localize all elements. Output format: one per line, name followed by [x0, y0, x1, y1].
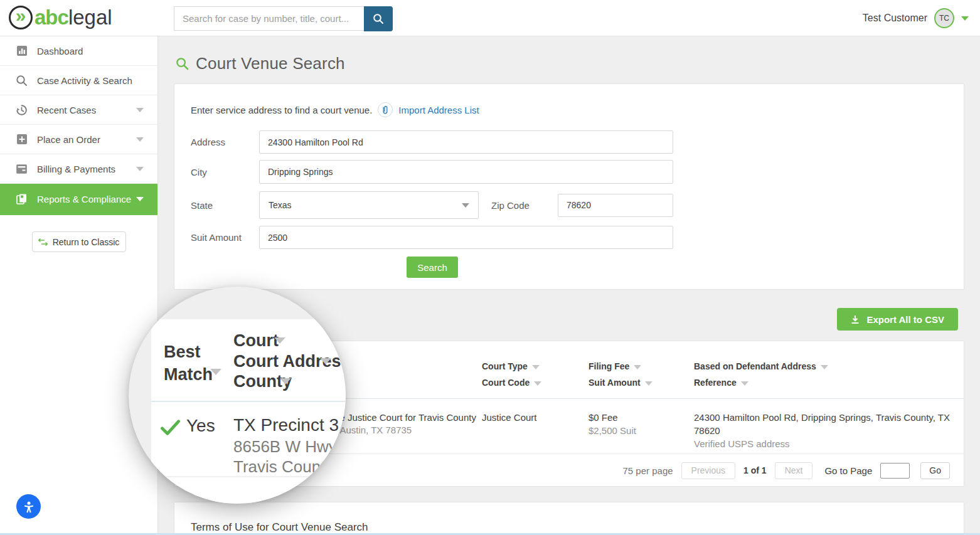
venue-search-form: Enter service address to find a court ve…	[174, 83, 964, 290]
sidebar-item-label: Recent Cases	[37, 105, 96, 115]
search-button[interactable]: Search	[407, 257, 458, 278]
accessibility-icon	[21, 499, 36, 514]
export-csv-button[interactable]: Export All to CSV	[837, 308, 958, 331]
state-select[interactable]: Texas	[259, 191, 479, 219]
search-icon	[16, 75, 28, 87]
sort-caret-icon	[534, 381, 541, 386]
sidebar-item-reports-compliance[interactable]: Reports & Compliance	[0, 184, 157, 215]
goto-page-input[interactable]	[880, 463, 910, 479]
sidebar: Dashboard Case Activity & Search Recent …	[0, 36, 158, 535]
lens-court-header: Court	[233, 331, 279, 351]
previous-page-button[interactable]: Previous	[681, 462, 735, 479]
sort-caret-icon	[645, 381, 652, 386]
dashboard-icon	[16, 45, 28, 57]
sort-caret-icon	[532, 365, 540, 369]
zip-field[interactable]	[558, 194, 673, 217]
avatar[interactable]: TC	[934, 8, 954, 28]
sort-caret-icon	[741, 381, 748, 386]
sidebar-item-billing[interactable]: Billing & Payments	[0, 154, 157, 184]
user-menu[interactable]: Test Customer TC	[863, 0, 969, 36]
sort-caret-icon	[280, 378, 291, 384]
sidebar-item-recent-cases[interactable]: Recent Cases	[0, 95, 157, 125]
page-title: Court Venue Search	[196, 54, 345, 73]
history-icon	[16, 104, 28, 116]
plus-square-icon	[16, 134, 28, 146]
case-search-button[interactable]	[364, 6, 393, 31]
sidebar-item-label: Dashboard	[37, 46, 83, 56]
state-label: State	[191, 200, 259, 211]
abclegal-logo[interactable]: » abclegal	[9, 6, 112, 29]
user-menu-caret-icon[interactable]	[961, 16, 969, 21]
user-name: Test Customer	[863, 13, 927, 24]
address-field[interactable]	[259, 130, 673, 154]
page-title-row: Court Venue Search	[176, 54, 345, 73]
chevron-down-icon	[136, 197, 144, 201]
accessibility-button[interactable]	[16, 494, 41, 519]
form-intro-text: Enter service address to find a court ve…	[191, 105, 372, 115]
court-type-cell: Justice Court	[482, 399, 589, 453]
per-page-label: 75 per page	[623, 465, 673, 476]
top-bar: » abclegal Test Customer TC	[0, 0, 980, 36]
download-icon	[851, 315, 860, 324]
lens-divider	[151, 401, 346, 402]
city-label: City	[191, 167, 259, 177]
lens-best-match-header: Best Match	[164, 341, 226, 386]
paperclip-icon[interactable]	[378, 102, 393, 117]
chevron-down-icon	[136, 137, 144, 142]
return-to-classic-button[interactable]: Return to Classic	[32, 231, 126, 252]
filing-fee-cell: $0 Fee $2,500 Suit	[589, 399, 694, 453]
import-address-list-link[interactable]: Import Address List	[398, 105, 479, 115]
sidebar-item-dashboard[interactable]: Dashboard	[0, 36, 157, 66]
sort-caret-icon	[320, 358, 331, 364]
reports-book-icon	[16, 193, 28, 205]
sidebar-item-place-order[interactable]: Place an Order	[0, 125, 157, 154]
chevron-down-icon	[462, 203, 469, 208]
case-search-bar	[174, 6, 393, 31]
goto-page-label: Go to Page	[824, 465, 872, 476]
terms-card: Terms of Use for Court Venue Search	[174, 502, 964, 535]
city-field[interactable]	[259, 160, 673, 184]
go-button[interactable]: Go	[920, 462, 950, 479]
sidebar-item-label: Billing & Payments	[37, 164, 115, 174]
sidebar-item-case-activity[interactable]: Case Activity & Search	[0, 66, 157, 95]
suit-amount-label: Suit Amount	[191, 232, 259, 243]
magnifier-lens: Best Match Court Court Address County Ye…	[129, 287, 346, 504]
swap-arrows-icon	[38, 238, 48, 246]
column-header-defendant-address[interactable]: Based on Defendant Address Reference	[694, 341, 964, 399]
page-status: 1 of 1	[743, 465, 767, 475]
search-icon	[373, 13, 384, 24]
search-icon	[176, 57, 189, 70]
lens-best-match-value: Yes	[186, 416, 215, 436]
suit-amount-field[interactable]	[259, 226, 673, 249]
address-label: Address	[191, 137, 259, 147]
column-header-filing-fee[interactable]: Filing Fee Suit Amount	[589, 341, 694, 399]
terms-title: Terms of Use for Court Venue Search	[191, 521, 368, 533]
sidebar-item-label: Case Activity & Search	[37, 75, 132, 86]
defendant-address-cell: 24300 Hamilton Pool Rd, Dripping Springs…	[694, 399, 964, 453]
next-page-button[interactable]: Next	[775, 462, 813, 479]
case-search-input[interactable]	[174, 6, 364, 31]
sidebar-item-label: Place an Order	[37, 134, 100, 145]
lens-court-name: TX Precinct 3 Place Justice Court for Tr…	[233, 415, 346, 435]
chevron-down-icon	[136, 167, 144, 171]
sidebar-item-label: Reports & Compliance	[37, 194, 131, 204]
zip-label: Zip Code	[491, 200, 544, 211]
state-selected-value: Texas	[269, 200, 292, 210]
column-header-court-type[interactable]: Court Type Court Code	[482, 341, 589, 399]
billing-card-icon	[16, 163, 28, 175]
sort-caret-icon	[210, 369, 221, 375]
sort-caret-icon	[821, 365, 828, 369]
logo-text-abc: abc	[35, 6, 68, 29]
logo-text-legal: legal	[68, 6, 112, 29]
sort-caret-icon	[274, 337, 285, 344]
logo-chevron-icon: »	[9, 6, 33, 29]
sort-caret-icon	[634, 365, 641, 369]
chevron-down-icon	[136, 108, 144, 112]
